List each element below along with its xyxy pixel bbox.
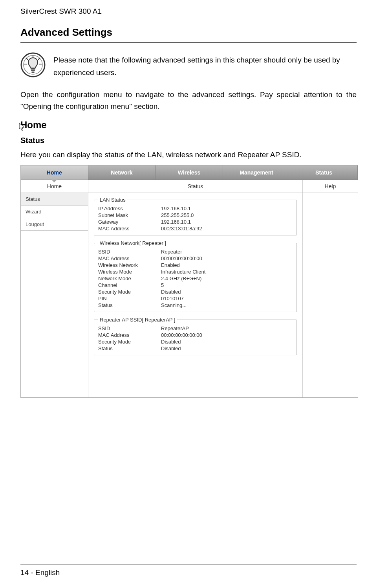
- status-pane: LAN StatusIP Address192.168.10.1Subnet M…: [88, 193, 303, 397]
- status-value: 00:00:00:00:00:00: [161, 255, 293, 261]
- status-value: 00:23:13:01:8a:92: [161, 226, 293, 232]
- tab-status[interactable]: Status: [290, 165, 358, 180]
- status-row: MAC Address00:23:13:01:8a:92: [98, 225, 293, 232]
- status-key: IP Address: [98, 206, 161, 211]
- status-value: Scanning...: [161, 302, 293, 308]
- svg-rect-3: [31, 70, 35, 71]
- status-row: Subnet Mask255.255.255.0: [98, 212, 293, 219]
- note-text: Please note that the following advanced …: [53, 52, 357, 79]
- status-key: MAC Address: [98, 226, 161, 232]
- status-group: Repeater AP SSID[ RepeaterAP ]SSIDRepeat…: [94, 317, 297, 355]
- group-legend: Repeater AP SSID[ RepeaterAP ]: [98, 317, 177, 323]
- status-row: StatusScanning...: [98, 302, 293, 309]
- sidebar-item-status[interactable]: Status: [21, 193, 88, 206]
- sidebar-item-lougout[interactable]: Lougout: [21, 218, 88, 231]
- status-value: 192.168.10.1: [161, 219, 293, 225]
- content-row: StatusWizardLougout LAN StatusIP Address…: [21, 193, 358, 397]
- status-row: MAC Address00:00:00:00:00:00: [98, 255, 293, 262]
- status-key: Wireless Network: [98, 262, 161, 268]
- tab-management[interactable]: Management: [223, 165, 291, 180]
- status-key: MAC Address: [98, 332, 161, 338]
- status-row: Security ModeDisabled: [98, 288, 293, 295]
- status-value: 5: [161, 282, 293, 288]
- group-legend: Wireless Network[ Repeater ]: [98, 240, 168, 246]
- section-title: Advanced Settings: [20, 26, 357, 43]
- status-value: 01010107: [161, 296, 293, 301]
- status-row: MAC Address00:00:00:00:00:00: [98, 332, 293, 338]
- status-key: Channel: [98, 282, 161, 288]
- sub-header-row: Home Status Help: [21, 180, 358, 193]
- status-group: Wireless Network[ Repeater ]SSIDRepeater…: [94, 240, 297, 312]
- status-value: RepeaterAP: [161, 325, 293, 331]
- status-row: SSIDRepeater: [98, 248, 293, 255]
- status-value: 00:00:00:00:00:00: [161, 332, 293, 338]
- status-value: 2.4 GHz (B+G+N): [161, 276, 293, 281]
- subsubsection-status: Status: [20, 136, 357, 145]
- document-product-header: SilverCrest SWR 300 A1: [20, 7, 357, 19]
- status-row: StatusDisabled: [98, 345, 293, 352]
- help-pane: [303, 193, 358, 397]
- page-footer: 14 - English: [20, 564, 357, 577]
- router-ui-screenshot: HomeNetworkWirelessManagementStatus Home…: [20, 165, 358, 398]
- status-key: Status: [98, 302, 161, 308]
- status-value: Repeater: [161, 249, 293, 255]
- status-key: Network Mode: [98, 276, 161, 281]
- status-row: Wireless NetworkEnabled: [98, 262, 293, 268]
- status-row: SSIDRepeaterAP: [98, 325, 293, 332]
- tab-home[interactable]: Home: [21, 165, 88, 180]
- status-description: Here you can display the status of the L…: [20, 149, 357, 161]
- status-row: Security ModeDisabled: [98, 338, 293, 345]
- status-row: IP Address192.168.10.1: [98, 205, 293, 212]
- svg-rect-4: [31, 72, 35, 73]
- main-tabbar: HomeNetworkWirelessManagementStatus: [21, 165, 358, 180]
- lightbulb-idea-icon: [20, 52, 46, 77]
- status-row: PIN01010107: [98, 295, 293, 302]
- status-key: SSID: [98, 249, 161, 255]
- status-key: Security Mode: [98, 289, 161, 295]
- status-row: Wireless ModeInfrastructure Client: [98, 268, 293, 275]
- sidebar-item-wizard[interactable]: Wizard: [21, 206, 88, 218]
- status-value: Enabled: [161, 262, 293, 268]
- tab-network[interactable]: Network: [88, 165, 156, 180]
- status-row: Channel5: [98, 282, 293, 288]
- sidebar: StatusWizardLougout: [21, 193, 88, 397]
- tab-wireless[interactable]: Wireless: [156, 165, 223, 180]
- status-row: Gateway192.168.10.1: [98, 219, 293, 225]
- status-key: Gateway: [98, 219, 161, 225]
- note-block: Please note that the following advanced …: [20, 52, 357, 79]
- subsection-home: Home: [20, 119, 357, 130]
- group-legend: LAN Status: [98, 197, 127, 203]
- subhead-right: Help: [303, 180, 358, 193]
- status-key: MAC Address: [98, 255, 161, 261]
- status-value: Disabled: [161, 339, 293, 345]
- status-value: Disabled: [161, 345, 293, 351]
- intro-paragraph: Open the configuration menu to navigate …: [20, 89, 357, 113]
- status-row: Network Mode2.4 GHz (B+G+N): [98, 275, 293, 282]
- status-key: Wireless Mode: [98, 269, 161, 275]
- svg-rect-2: [31, 68, 35, 70]
- status-key: SSID: [98, 325, 161, 331]
- status-value: Disabled: [161, 289, 293, 295]
- status-key: Status: [98, 345, 161, 351]
- status-value: Infrastructure Client: [161, 269, 293, 275]
- status-key: PIN: [98, 296, 161, 301]
- status-key: Security Mode: [98, 339, 161, 345]
- status-key: Subnet Mask: [98, 212, 161, 218]
- status-value: 192.168.10.1: [161, 206, 293, 211]
- status-group: LAN StatusIP Address192.168.10.1Subnet M…: [94, 197, 297, 235]
- subhead-mid: Status: [88, 180, 303, 193]
- cursor-pointer-icon: [19, 123, 26, 131]
- status-value: 255.255.255.0: [161, 212, 293, 218]
